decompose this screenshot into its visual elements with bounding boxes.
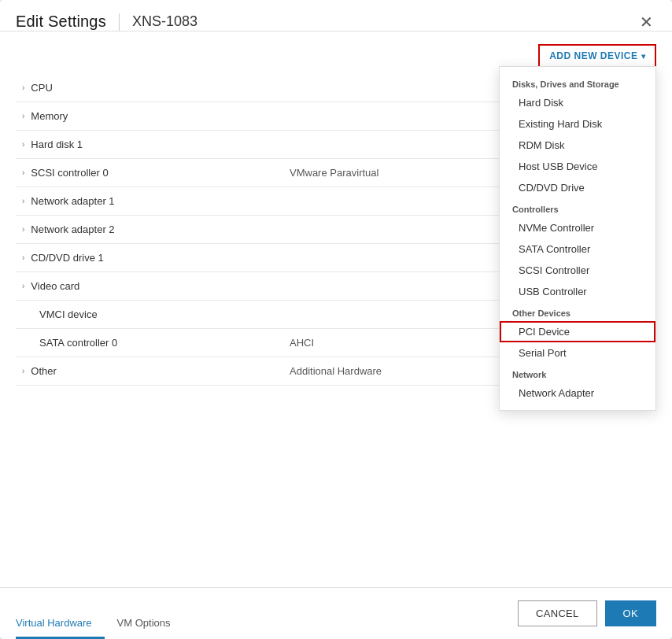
toolbar: ADD NEW DEVICE ▾ [16, 44, 656, 68]
row-label: Other [31, 365, 57, 377]
dropdown-item-network-adapter[interactable]: Network Adapter [500, 382, 655, 404]
dropdown-section-label: Other Devices [500, 302, 655, 321]
dropdown-item-sata-controller[interactable]: SATA Controller [500, 238, 655, 260]
dropdown-item-nvme-controller[interactable]: NVMe Controller [500, 217, 655, 238]
dropdown-item-serial-port[interactable]: Serial Port [500, 342, 655, 364]
dropdown-item-existing-hard-disk[interactable]: Existing Hard Disk [500, 113, 655, 135]
edit-settings-modal: Edit Settings XNS-1083 ✕ Virtual Hardwar… [0, 0, 672, 639]
dropdown-item-host-usb-device[interactable]: Host USB Device [500, 156, 655, 177]
add-device-dropdown: Disks, Drives and StorageHard DiskExisti… [499, 66, 656, 411]
header-divider [119, 13, 120, 31]
row-label: CD/DVD drive 1 [31, 252, 103, 264]
modal-body: ADD NEW DEVICE ▾ › CPU › Memory [0, 31, 672, 587]
tab-vm-options[interactable]: VM Options [117, 611, 183, 639]
dropdown-item-usb-controller[interactable]: USB Controller [500, 281, 655, 302]
row-label: Network adapter 1 [31, 195, 114, 207]
row-label: VMCI device [39, 308, 98, 320]
expand-icon: › [22, 83, 24, 92]
dropdown-item-scsi-controller[interactable]: SCSI Controller [500, 260, 655, 281]
dropdown-item-hard-disk[interactable]: Hard Disk [500, 92, 655, 113]
expand-icon: › [22, 197, 24, 205]
dropdown-section-label: Controllers [500, 198, 655, 217]
modal-subtitle: XNS-1083 [132, 13, 198, 30]
expand-icon: › [22, 253, 24, 262]
row-value: VMware Paravirtual [290, 167, 378, 179]
row-label: SCSI controller 0 [31, 167, 108, 179]
row-value: Additional Hardware [290, 365, 382, 377]
add-new-device-button[interactable]: ADD NEW DEVICE ▾ [538, 44, 656, 68]
tab-bar: Virtual Hardware VM Options [16, 611, 196, 639]
row-label: Video card [31, 280, 79, 292]
expand-icon: › [22, 282, 24, 290]
expand-icon: › [22, 225, 24, 234]
modal-header: Edit Settings XNS-1083 ✕ Virtual Hardwar… [0, 0, 672, 31]
cancel-button[interactable]: CANCEL [518, 600, 597, 626]
ok-button[interactable]: OK [605, 600, 656, 626]
expand-icon: › [22, 112, 24, 120]
row-label: Network adapter 2 [31, 223, 114, 235]
add-new-device-label: ADD NEW DEVICE [549, 50, 637, 61]
dropdown-section-label: Disks, Drives and Storage [500, 73, 655, 92]
modal-title: Edit Settings [16, 13, 106, 31]
tab-virtual-hardware[interactable]: Virtual Hardware [16, 611, 105, 639]
close-button[interactable]: ✕ [637, 14, 656, 30]
chevron-down-icon: ▾ [641, 52, 646, 61]
row-label: SATA controller 0 [39, 337, 117, 349]
expand-icon: › [22, 168, 24, 177]
dropdown-item-cd-dvd-drive[interactable]: CD/DVD Drive [500, 177, 655, 198]
row-value: AHCI [290, 337, 314, 349]
expand-icon: › [22, 140, 24, 149]
row-label: Memory [31, 110, 68, 122]
row-label: Hard disk 1 [31, 139, 83, 150]
dropdown-item-pci-device[interactable]: PCI Device [500, 321, 655, 342]
expand-icon: › [22, 367, 24, 375]
dropdown-section-label: Network [500, 364, 655, 382]
dropdown-item-rdm-disk[interactable]: RDM Disk [500, 135, 655, 156]
row-label: CPU [31, 82, 52, 94]
